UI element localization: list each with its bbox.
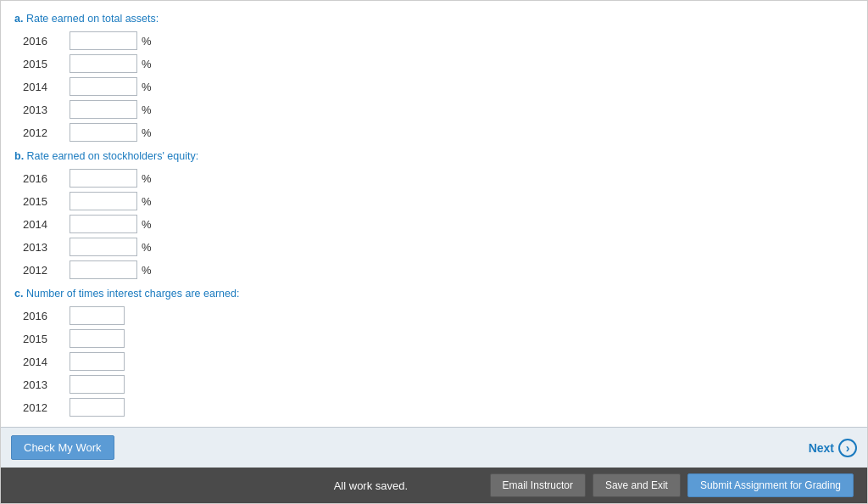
year-2013-b: 2013 bbox=[23, 241, 70, 254]
next-label: Next bbox=[809, 441, 834, 455]
input-c-2012[interactable] bbox=[70, 398, 125, 417]
input-c-2016[interactable] bbox=[70, 306, 125, 325]
next-button[interactable]: Next › bbox=[809, 439, 857, 457]
input-c-2015[interactable] bbox=[70, 329, 125, 348]
pct-a-2014: % bbox=[142, 81, 152, 93]
year-2014-b: 2014 bbox=[23, 218, 70, 231]
section-b-row-2016: 2016 % bbox=[14, 169, 854, 188]
section-b-row-2014: 2014 % bbox=[14, 215, 854, 233]
section-a-row-2012: 2012 % bbox=[14, 123, 854, 142]
section-c-row-2012: 2012 bbox=[14, 398, 854, 417]
input-a-2015[interactable] bbox=[70, 54, 137, 73]
pct-b-2015: % bbox=[142, 195, 152, 208]
year-2012-b: 2012 bbox=[23, 264, 70, 277]
action-bar: Check My Work Next › bbox=[1, 427, 867, 468]
pct-a-2012: % bbox=[142, 126, 152, 139]
save-and-exit-button[interactable]: Save and Exit bbox=[593, 473, 681, 497]
pct-b-2013: % bbox=[142, 241, 152, 254]
section-c-row-2014: 2014 bbox=[14, 352, 854, 371]
footer-status: All work saved. bbox=[252, 479, 489, 492]
section-a-row-2016: 2016 % bbox=[14, 31, 854, 50]
input-a-2016[interactable] bbox=[70, 31, 137, 50]
pct-a-2013: % bbox=[142, 104, 152, 116]
year-2012-a: 2012 bbox=[23, 126, 70, 139]
section-b-row-2012: 2012 % bbox=[14, 260, 854, 279]
pct-a-2015: % bbox=[142, 58, 152, 70]
year-2014-c: 2014 bbox=[23, 356, 70, 368]
section-a-row-2015: 2015 % bbox=[14, 54, 854, 73]
section-c: c. Number of times interest charges are … bbox=[14, 288, 854, 417]
section-a-label: a. Rate earned on total assets: bbox=[14, 13, 854, 25]
input-a-2013[interactable] bbox=[70, 100, 137, 119]
footer-buttons: Email Instructor Save and Exit Submit As… bbox=[490, 473, 854, 497]
input-b-2013[interactable] bbox=[70, 238, 137, 256]
section-c-row-2016: 2016 bbox=[14, 306, 854, 325]
section-a-row-2014: 2014 % bbox=[14, 77, 854, 96]
year-2015-c: 2015 bbox=[23, 333, 70, 345]
footer-bar: All work saved. Email Instructor Save an… bbox=[1, 468, 867, 503]
year-2013-a: 2013 bbox=[23, 104, 70, 116]
section-c-row-2013: 2013 bbox=[14, 375, 854, 394]
section-d: d. Ratio of liabilities to stockholders'… bbox=[14, 425, 854, 427]
content-area[interactable]: a. Rate earned on total assets: 2016 % 2… bbox=[1, 1, 867, 427]
year-2012-c: 2012 bbox=[23, 401, 70, 414]
section-a: a. Rate earned on total assets: 2016 % 2… bbox=[14, 13, 854, 142]
input-b-2015[interactable] bbox=[70, 192, 137, 210]
submit-button[interactable]: Submit Assignment for Grading bbox=[687, 473, 854, 497]
pct-b-2012: % bbox=[142, 264, 152, 277]
main-container: a. Rate earned on total assets: 2016 % 2… bbox=[0, 0, 868, 504]
year-2016-a: 2016 bbox=[23, 35, 70, 48]
year-2013-c: 2013 bbox=[23, 378, 70, 391]
section-d-label: d. Ratio of liabilities to stockholders'… bbox=[14, 425, 854, 427]
pct-b-2016: % bbox=[142, 172, 152, 185]
pct-b-2014: % bbox=[142, 218, 152, 231]
section-c-label: c. Number of times interest charges are … bbox=[14, 288, 854, 300]
pct-a-2016: % bbox=[142, 35, 152, 48]
input-a-2012[interactable] bbox=[70, 123, 137, 142]
year-2014-a: 2014 bbox=[23, 81, 70, 93]
email-instructor-button[interactable]: Email Instructor bbox=[490, 473, 586, 497]
input-b-2014[interactable] bbox=[70, 215, 137, 233]
section-b-row-2015: 2015 % bbox=[14, 192, 854, 210]
year-2015-a: 2015 bbox=[23, 58, 70, 70]
input-b-2016[interactable] bbox=[70, 169, 137, 188]
year-2015-b: 2015 bbox=[23, 195, 70, 208]
check-my-work-button[interactable]: Check My Work bbox=[11, 435, 114, 460]
input-b-2012[interactable] bbox=[70, 260, 137, 279]
section-b: b. Rate earned on stockholders' equity: … bbox=[14, 150, 854, 279]
section-b-label: b. Rate earned on stockholders' equity: bbox=[14, 150, 854, 162]
year-2016-c: 2016 bbox=[23, 310, 70, 322]
section-c-row-2015: 2015 bbox=[14, 329, 854, 348]
section-b-row-2013: 2013 % bbox=[14, 238, 854, 256]
year-2016-b: 2016 bbox=[23, 172, 70, 185]
next-chevron-icon: › bbox=[838, 439, 857, 457]
input-a-2014[interactable] bbox=[70, 77, 137, 96]
input-c-2013[interactable] bbox=[70, 375, 125, 394]
input-c-2014[interactable] bbox=[70, 352, 125, 371]
section-a-row-2013: 2013 % bbox=[14, 100, 854, 119]
